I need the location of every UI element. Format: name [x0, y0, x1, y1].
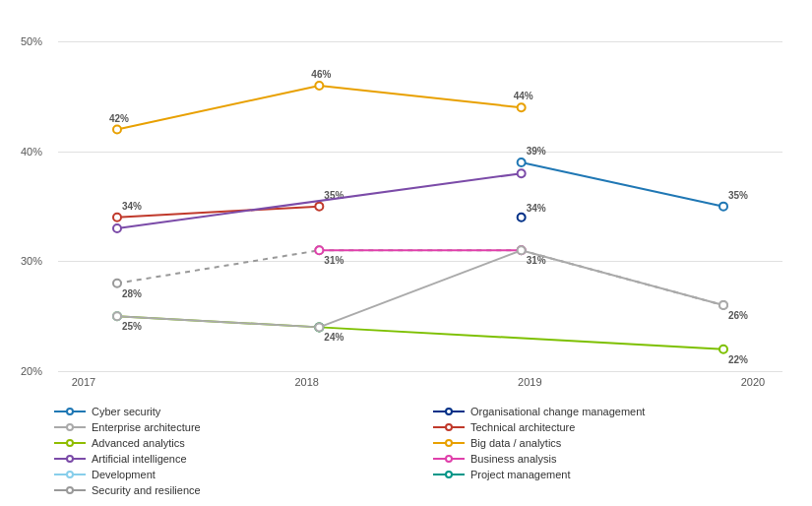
svg-point-19 [113, 214, 121, 221]
legend-label: Organisational change management [470, 406, 645, 417]
chart-container: 50%40%30%20%39%35%34%28%31%31%26%34%35%2… [0, 0, 812, 506]
svg-point-40 [113, 224, 121, 232]
legend-label: Business analysis [470, 453, 556, 465]
legend-label: Technical architecture [470, 421, 575, 433]
legend: Cyber securityOrganisational change mana… [54, 398, 792, 496]
legend-dot [445, 408, 453, 415]
svg-point-1 [518, 158, 526, 166]
svg-point-50 [113, 312, 121, 320]
legend-item: Security and resilience [54, 484, 413, 496]
legend-label: Cyber security [92, 406, 160, 417]
plot-area: 50%40%30%20%39%35%34%28%31%31%26%34%35%2… [58, 20, 782, 371]
x-label: 2019 [500, 376, 559, 388]
svg-point-37 [518, 103, 526, 111]
svg-point-33 [113, 126, 121, 134]
legend-dot [66, 423, 74, 431]
legend-item: Technical architecture [433, 421, 792, 433]
legend-label: Development [92, 469, 156, 480]
svg-text:25%: 25% [122, 321, 142, 332]
legend-dot [445, 439, 453, 447]
legend-item: Big data / analytics [433, 437, 792, 449]
legend-label: Advanced analytics [92, 437, 185, 449]
svg-line-32 [319, 86, 521, 107]
svg-point-21 [315, 203, 323, 211]
legend-item: Business analysis [433, 453, 792, 465]
legend-item: Artificial intelligence [54, 453, 413, 465]
svg-point-53 [719, 301, 727, 309]
legend-item: Enterprise architecture [54, 421, 413, 433]
svg-text:31%: 31% [324, 255, 344, 266]
svg-point-43 [315, 246, 323, 254]
legend-label: Security and resilience [92, 484, 201, 496]
legend-item: Development [54, 469, 413, 480]
svg-line-7 [117, 250, 319, 283]
svg-point-29 [719, 346, 727, 353]
svg-point-52 [518, 246, 526, 254]
legend-label: Project management [470, 469, 571, 480]
svg-text:46%: 46% [311, 69, 331, 80]
legend-item: Project management [433, 469, 792, 480]
svg-text:34%: 34% [527, 203, 546, 214]
svg-text:39%: 39% [527, 146, 546, 157]
grid-label: 30% [21, 255, 42, 267]
svg-text:34%: 34% [122, 201, 142, 212]
legend-dot [445, 423, 453, 431]
legend-dot [66, 486, 74, 494]
svg-point-35 [315, 82, 323, 90]
grid-line [58, 371, 782, 372]
x-label: 2020 [723, 376, 782, 388]
x-axis: 2017201820192020 [54, 371, 782, 388]
svg-line-31 [117, 86, 319, 130]
legend-dot [66, 471, 74, 478]
legend-item: Cyber security [54, 406, 413, 417]
x-label: 2018 [278, 376, 337, 388]
svg-text:22%: 22% [728, 354, 748, 365]
svg-point-5 [518, 214, 526, 221]
svg-line-24 [319, 327, 723, 348]
legend-item: Advanced analytics [54, 437, 413, 449]
legend-item: Organisational change management [433, 406, 792, 417]
svg-line-47 [117, 316, 319, 327]
legend-label: Artificial intelligence [92, 453, 187, 465]
grid-label: 40% [21, 146, 42, 158]
svg-point-10 [113, 280, 121, 287]
svg-text:28%: 28% [122, 288, 142, 299]
svg-line-48 [319, 250, 521, 327]
svg-text:35%: 35% [728, 190, 748, 201]
legend-label: Enterprise architecture [92, 421, 201, 433]
legend-dot [445, 471, 453, 478]
svg-text:44%: 44% [514, 91, 533, 101]
svg-line-18 [117, 207, 319, 218]
svg-point-51 [315, 323, 323, 331]
svg-text:42%: 42% [109, 113, 129, 124]
svg-line-0 [522, 162, 723, 207]
legend-dot [66, 408, 74, 415]
svg-line-49 [522, 250, 723, 305]
svg-text:26%: 26% [728, 310, 748, 321]
svg-line-39 [117, 173, 522, 228]
svg-point-3 [719, 203, 727, 211]
legend-dot [66, 455, 74, 463]
grid-label: 50% [21, 35, 42, 47]
chart-area: 50%40%30%20%39%35%34%28%31%31%26%34%35%2… [20, 20, 792, 371]
legend-dot [445, 455, 453, 463]
chart-inner: 50%40%30%20%39%35%34%28%31%31%26%34%35%2… [24, 20, 792, 371]
legend-dot [66, 439, 74, 447]
legend-label: Big data / analytics [470, 437, 561, 449]
svg-point-41 [518, 169, 526, 177]
svg-text:24%: 24% [324, 332, 344, 343]
grid-label: 20% [21, 365, 42, 377]
x-label: 2017 [54, 376, 113, 388]
